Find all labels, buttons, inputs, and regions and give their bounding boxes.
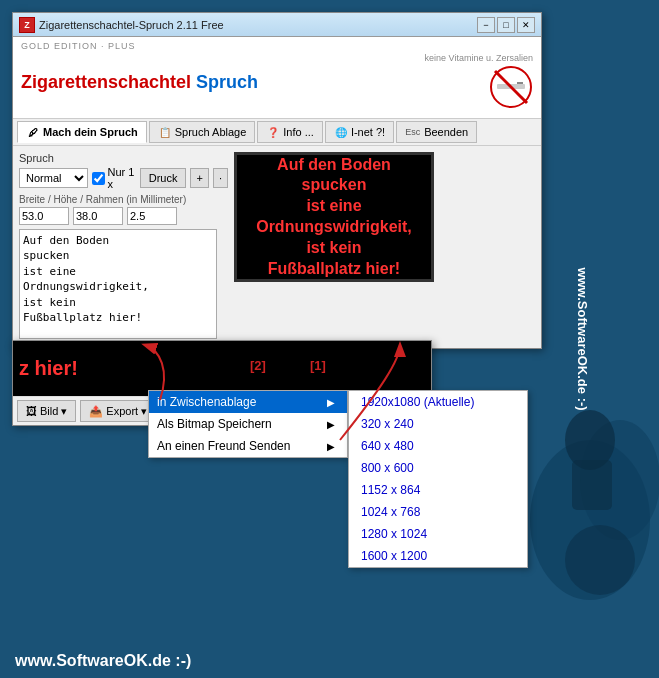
tab-info[interactable]: ❓ Info ...: [257, 121, 323, 143]
minus-button[interactable]: ·: [213, 168, 228, 188]
menu-item-zwischenablage[interactable]: in Zwischenablage ▶: [149, 391, 347, 413]
frame-input[interactable]: [127, 207, 177, 225]
tab1-label: Mach dein Spruch: [43, 126, 138, 138]
tab3-label: Info ...: [283, 126, 314, 138]
export-icon: 📤: [89, 405, 103, 418]
svg-point-3: [565, 525, 635, 595]
title-part2: schachtel: [108, 72, 191, 92]
export-arrow: ▾: [141, 405, 147, 418]
menu-item3-arrow: ▶: [327, 441, 335, 452]
nur1x-checkbox[interactable]: [92, 172, 105, 185]
submenu-item-1600[interactable]: 1600 x 1200: [349, 545, 527, 567]
svg-rect-5: [572, 460, 612, 510]
bild-label: Bild: [40, 405, 58, 417]
dimensions-row: [19, 207, 228, 225]
svg-point-2: [580, 420, 659, 540]
annotation-label2: [2]: [250, 358, 266, 373]
side-watermark: www.SoftwareOK.de :-): [575, 267, 590, 410]
title-part3: Spruch: [191, 72, 258, 92]
annotation-label1: [1]: [310, 358, 326, 373]
spruch-label: Spruch: [19, 152, 228, 164]
gold-edition-label: GOLD EDITION · PLUS: [21, 41, 533, 51]
window-title: Zigarettenschachtel-Spruch 2.11 Free: [39, 19, 224, 31]
width-input[interactable]: [19, 207, 69, 225]
bild-icon: 🖼: [26, 405, 37, 417]
svg-point-4: [565, 410, 615, 470]
submenu: 1920x1080 (Aktuelle) 320 x 240 640 x 480…: [348, 390, 528, 568]
toolbar: 🖊 Mach dein Spruch 📋 Spruch Ablage ❓ Inf…: [13, 119, 541, 146]
title-bar: Z Zigarettenschachtel-Spruch 2.11 Free −…: [13, 13, 541, 37]
tab4-label: I-net ?!: [351, 126, 385, 138]
export-label: Export: [106, 405, 138, 417]
menu-item2-arrow: ▶: [327, 419, 335, 430]
bottom-watermark: www.SoftwareOK.de :-): [15, 652, 191, 670]
submenu-item-1152[interactable]: 1152 x 864: [349, 479, 527, 501]
tab3-icon: ❓: [266, 125, 280, 139]
close-button[interactable]: ✕: [517, 17, 535, 33]
app-window: Z Zigarettenschachtel-Spruch 2.11 Free −…: [12, 12, 542, 349]
app-title: Zigarettenschachtel Spruch: [21, 72, 258, 93]
overlay-preview: z hier!: [13, 341, 431, 396]
checkbox-row: Nur 1 x: [92, 166, 135, 190]
title-controls: − □ ✕: [477, 17, 535, 33]
submenu-item-640[interactable]: 640 x 480: [349, 435, 527, 457]
export-button[interactable]: 📤 Export ▾: [80, 400, 156, 422]
plus-button[interactable]: +: [190, 168, 208, 188]
svg-point-1: [530, 440, 650, 600]
title-part1: Zigaretten: [21, 72, 108, 92]
preview-box: Auf den Bodenspuckenist eineOrdnungswidr…: [234, 152, 434, 282]
form-row-style: Normal Nur 1 x Druck + ·: [19, 166, 228, 190]
menu-item1-label: in Zwischenablage: [157, 395, 256, 409]
tab2-label: Spruch Ablage: [175, 126, 247, 138]
minimize-button[interactable]: −: [477, 17, 495, 33]
tab-beenden[interactable]: Esc Beenden: [396, 121, 477, 143]
no-smoking-icon: [489, 65, 533, 112]
maximize-button[interactable]: □: [497, 17, 515, 33]
right-panel: Auf den Bodenspuckenist eineOrdnungswidr…: [234, 152, 535, 342]
submenu-item-1280[interactable]: 1280 x 1024: [349, 523, 527, 545]
context-menu: in Zwischenablage ▶ Als Bitmap Speichern…: [148, 390, 348, 458]
menu-item1-arrow: ▶: [327, 397, 335, 408]
submenu-item-1024[interactable]: 1024 x 768: [349, 501, 527, 523]
menu-item-freund[interactable]: An einen Freund Senden ▶: [149, 435, 347, 457]
bild-button[interactable]: 🖼 Bild ▾: [17, 400, 76, 422]
submenu-item-1920[interactable]: 1920x1080 (Aktuelle): [349, 391, 527, 413]
menu-item2-label: Als Bitmap Speichern: [157, 417, 272, 431]
dimensions-label: Breite / Höhe / Rahmen (in Millimeter): [19, 194, 228, 205]
tab-spruch-ablage[interactable]: 📋 Spruch Ablage: [149, 121, 256, 143]
left-panel: Spruch Normal Nur 1 x Druck + · Breite /…: [19, 152, 228, 342]
text-area[interactable]: Auf den Boden spucken ist eine Ordnungsw…: [19, 229, 217, 339]
app-icon: Z: [19, 17, 35, 33]
preview-text: Auf den Bodenspuckenist eineOrdnungswidr…: [256, 155, 412, 280]
druck-button[interactable]: Druck: [140, 168, 187, 188]
menu-item3-label: An einen Freund Senden: [157, 439, 290, 453]
nur1x-label: Nur 1 x: [107, 166, 135, 190]
tab5-label: Beenden: [424, 126, 468, 138]
tab2-icon: 📋: [158, 125, 172, 139]
app-header: GOLD EDITION · PLUS Zigarettenschachtel …: [13, 37, 541, 119]
tab-mach-dein-spruch[interactable]: 🖊 Mach dein Spruch: [17, 121, 147, 143]
esc-label: Esc: [405, 127, 420, 137]
subtitle-text: keine Vitamine u. Zersalien: [425, 53, 533, 63]
tab1-icon: 🖊: [26, 125, 40, 139]
style-select[interactable]: Normal: [19, 168, 88, 188]
app-title-row: Zigarettenschachtel Spruch keine Vitamin…: [21, 53, 533, 112]
menu-item-bitmap[interactable]: Als Bitmap Speichern ▶: [149, 413, 347, 435]
tab-inet[interactable]: 🌐 I-net ?!: [325, 121, 394, 143]
submenu-item-800[interactable]: 800 x 600: [349, 457, 527, 479]
title-bar-left: Z Zigarettenschachtel-Spruch 2.11 Free: [19, 17, 224, 33]
svg-rect-8: [517, 82, 523, 84]
main-content: Spruch Normal Nur 1 x Druck + · Breite /…: [13, 146, 541, 348]
bild-arrow: ▾: [61, 405, 67, 418]
overlay-preview-text: z hier!: [19, 357, 78, 380]
submenu-item-320[interactable]: 320 x 240: [349, 413, 527, 435]
height-input[interactable]: [73, 207, 123, 225]
tab4-icon: 🌐: [334, 125, 348, 139]
